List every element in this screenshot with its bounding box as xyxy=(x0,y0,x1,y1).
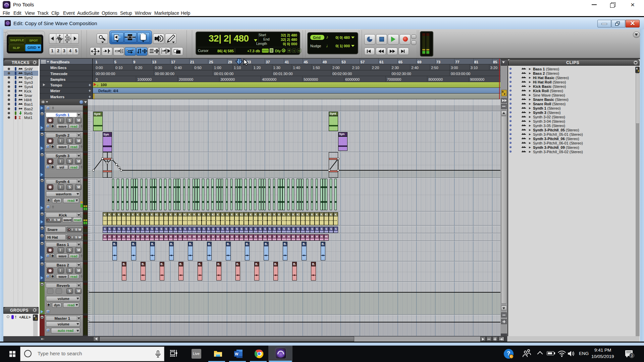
svg-text:W: W xyxy=(235,352,238,356)
